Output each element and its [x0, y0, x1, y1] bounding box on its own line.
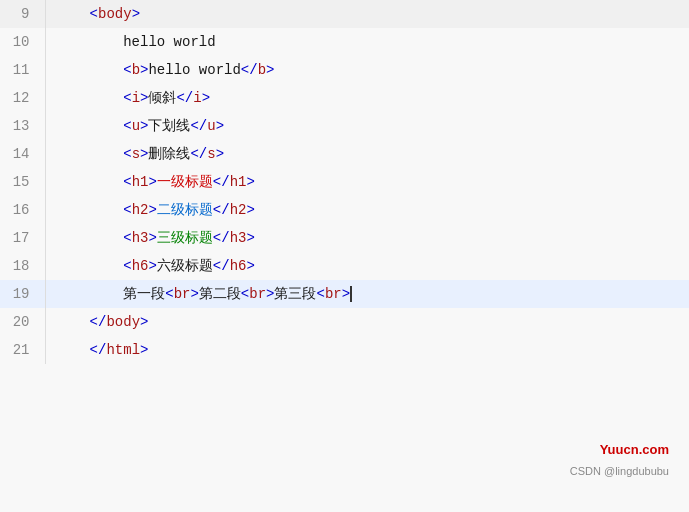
line-code[interactable]: <u>下划线</u> — [46, 112, 689, 140]
line-number: 17 — [0, 224, 45, 252]
code-token: < — [123, 90, 131, 106]
code-token: 三级标题 — [157, 230, 213, 246]
code-token: < — [123, 118, 131, 134]
code-token: > — [246, 202, 254, 218]
code-line: 10 hello world — [0, 28, 689, 56]
line-number: 18 — [0, 252, 45, 280]
line-code[interactable]: </body> — [46, 308, 689, 336]
code-line: 12 <i>倾斜</i> — [0, 84, 689, 112]
line-code[interactable]: </html> — [46, 336, 689, 364]
line-number: 11 — [0, 56, 45, 84]
line-code[interactable]: <body> — [46, 0, 689, 28]
code-token: 第二段 — [199, 286, 241, 302]
watermark-csdn: CSDN @lingdububu — [570, 465, 669, 477]
line-number: 10 — [0, 28, 45, 56]
code-token — [56, 342, 90, 358]
code-token: s — [207, 146, 215, 162]
line-code[interactable]: <h3>三级标题</h3> — [46, 224, 689, 252]
code-token — [56, 6, 90, 22]
code-line: 18 <h6>六级标题</h6> — [0, 252, 689, 280]
code-token: < — [123, 230, 131, 246]
code-token: html — [106, 342, 140, 358]
code-token: < — [165, 286, 173, 302]
code-token: </ — [213, 230, 230, 246]
code-token: h3 — [132, 230, 149, 246]
code-token — [56, 202, 123, 218]
line-number: 14 — [0, 140, 45, 168]
line-code[interactable]: <i>倾斜</i> — [46, 84, 689, 112]
code-token: < — [123, 62, 131, 78]
line-code[interactable]: hello world — [46, 28, 689, 56]
code-token: h6 — [230, 258, 247, 274]
code-token: 倾斜 — [148, 90, 176, 106]
code-token: 一级标题 — [157, 174, 213, 190]
code-token: br — [249, 286, 266, 302]
code-line: 21 </html> — [0, 336, 689, 364]
code-token: h6 — [132, 258, 149, 274]
code-line: 9 <body> — [0, 0, 689, 28]
code-line: 16 <h2>二级标题</h2> — [0, 196, 689, 224]
code-token: > — [132, 6, 140, 22]
code-token: </ — [213, 258, 230, 274]
code-token: < — [123, 146, 131, 162]
code-token: i — [193, 90, 201, 106]
line-code[interactable]: <s>删除线</s> — [46, 140, 689, 168]
line-code[interactable]: <h6>六级标题</h6> — [46, 252, 689, 280]
code-token: > — [140, 342, 148, 358]
code-token — [56, 62, 123, 78]
code-token: s — [132, 146, 140, 162]
code-token: b — [258, 62, 266, 78]
line-code[interactable]: 第一段<br>第二段<br>第三段<br> — [46, 280, 689, 308]
code-table: 9 <body>10 hello world11 <b>hello world<… — [0, 0, 689, 364]
code-token — [56, 174, 123, 190]
code-token: < — [90, 6, 98, 22]
code-token: > — [202, 90, 210, 106]
code-token: u — [207, 118, 215, 134]
code-token: > — [140, 314, 148, 330]
code-token — [56, 258, 123, 274]
code-line: 11 <b>hello world</b> — [0, 56, 689, 84]
line-code[interactable]: <b>hello world</b> — [46, 56, 689, 84]
code-token: hello world — [148, 62, 240, 78]
code-token: > — [148, 258, 156, 274]
code-token: > — [246, 174, 254, 190]
code-line: 13 <u>下划线</u> — [0, 112, 689, 140]
code-token: > — [246, 230, 254, 246]
code-token: </ — [190, 146, 207, 162]
code-token: < — [123, 258, 131, 274]
code-token: > — [266, 62, 274, 78]
code-token: > — [148, 202, 156, 218]
code-token: h1 — [230, 174, 247, 190]
code-token: br — [325, 286, 342, 302]
code-line: 17 <h3>三级标题</h3> — [0, 224, 689, 252]
watermark-yuucn: Yuucn.com — [600, 442, 669, 457]
code-token: h2 — [132, 202, 149, 218]
code-token: 六级标题 — [157, 258, 213, 274]
code-token: b — [132, 62, 140, 78]
line-number: 19 — [0, 280, 45, 308]
code-token: > — [216, 146, 224, 162]
line-number: 13 — [0, 112, 45, 140]
code-token: > — [342, 286, 350, 302]
code-token: > — [190, 286, 198, 302]
code-token: i — [132, 90, 140, 106]
code-token: body — [98, 6, 132, 22]
line-number: 9 — [0, 0, 45, 28]
line-code[interactable]: <h2>二级标题</h2> — [46, 196, 689, 224]
code-token: 二级标题 — [157, 202, 213, 218]
code-token: > — [148, 230, 156, 246]
text-cursor — [350, 286, 352, 302]
line-number: 16 — [0, 196, 45, 224]
code-token: 第一段 — [56, 286, 165, 302]
line-number: 20 — [0, 308, 45, 336]
code-token: < — [241, 286, 249, 302]
code-token: </ — [213, 174, 230, 190]
code-token: </ — [176, 90, 193, 106]
code-token: 删除线 — [148, 146, 190, 162]
code-token — [56, 90, 123, 106]
code-line: 15 <h1>一级标题</h1> — [0, 168, 689, 196]
code-line: 14 <s>删除线</s> — [0, 140, 689, 168]
line-code[interactable]: <h1>一级标题</h1> — [46, 168, 689, 196]
code-line: 19 第一段<br>第二段<br>第三段<br> — [0, 280, 689, 308]
code-token: </ — [90, 314, 107, 330]
